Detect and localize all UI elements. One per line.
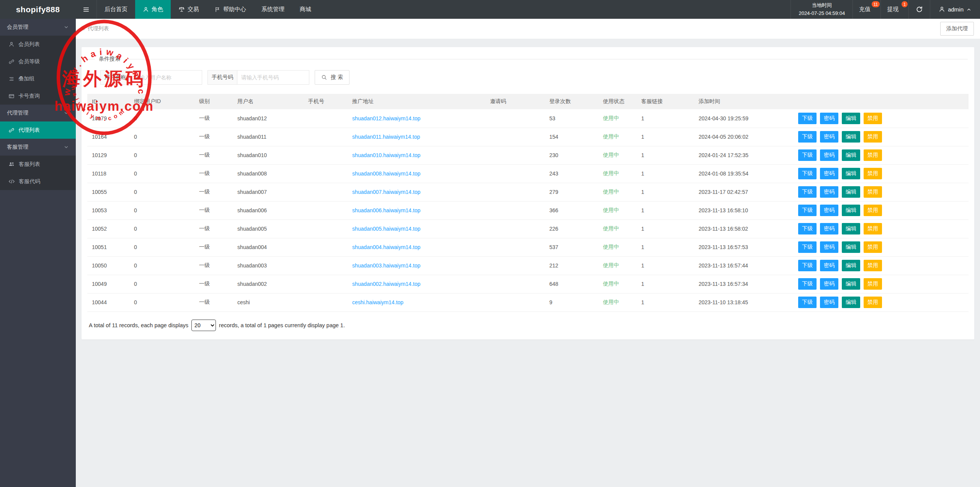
refresh-button[interactable] — [908, 0, 930, 19]
sidebar-item-service-list[interactable]: 客服列表 — [0, 156, 76, 173]
action-sub-button[interactable]: 下级 — [798, 223, 817, 234]
promo-url-link[interactable]: shuadan003.haiwaiym14.top — [352, 262, 420, 269]
nav-item-help[interactable]: 帮助中心 — [207, 0, 254, 19]
username-input[interactable] — [130, 70, 202, 85]
recharge-button[interactable]: 充值 11 — [853, 0, 880, 19]
cell-status: 使用中 — [598, 183, 637, 201]
cell-phone — [304, 146, 348, 164]
cell-url: shuadan004.haiwaiym14.top — [348, 238, 485, 256]
action-sub-button[interactable]: 下级 — [798, 297, 817, 308]
cell-username: shuadan012 — [233, 109, 304, 128]
sidebar-item-card-query[interactable]: 卡号查询 — [0, 87, 76, 105]
action-sub-button[interactable]: 下级 — [798, 168, 817, 179]
row-actions: 下级密码编辑禁用 — [794, 201, 969, 220]
action-password-button[interactable]: 密码 — [820, 149, 838, 161]
action-password-button[interactable]: 密码 — [820, 241, 838, 253]
nav-item-trade[interactable]: 交易 — [171, 0, 207, 19]
action-edit-button[interactable]: 编辑 — [842, 186, 860, 198]
sidebar-item-agent-list[interactable]: 代理列表 — [0, 121, 76, 139]
cell-invite — [485, 164, 545, 183]
action-sub-button[interactable]: 下级 — [798, 260, 817, 271]
action-edit-button[interactable]: 编辑 — [842, 260, 860, 271]
promo-url-link[interactable]: shuadan002.haiwaiym14.top — [352, 281, 420, 287]
row-actions: 下级密码编辑禁用 — [794, 146, 969, 164]
action-password-button[interactable]: 密码 — [820, 186, 838, 198]
sidebar-section-agents[interactable]: 代理管理 — [0, 105, 76, 121]
action-edit-button[interactable]: 编辑 — [842, 223, 860, 234]
action-disable-button[interactable]: 禁用 — [864, 149, 882, 161]
action-sub-button[interactable]: 下级 — [798, 205, 817, 216]
promo-url-link[interactable]: shuadan006.haiwaiym14.top — [352, 207, 420, 213]
list-icon — [8, 76, 15, 82]
cell-url: shuadan007.haiwaiym14.top — [348, 183, 485, 201]
promo-url-link[interactable]: ceshi.haiwaiym14.top — [352, 299, 403, 305]
nav-item-mall[interactable]: 商城 — [292, 0, 319, 19]
action-disable-button[interactable]: 禁用 — [864, 168, 882, 179]
pagination-text-after: records, a total of 1 pages currently di… — [219, 322, 345, 328]
action-password-button[interactable]: 密码 — [820, 205, 838, 216]
action-edit-button[interactable]: 编辑 — [842, 297, 860, 308]
action-disable-button[interactable]: 禁用 — [864, 205, 882, 216]
user-menu[interactable]: admin — [930, 0, 980, 19]
promo-url-link[interactable]: shuadan005.haiwaiym14.top — [352, 226, 420, 232]
promo-url-link[interactable]: shuadan008.haiwaiym14.top — [352, 171, 420, 177]
sidebar-item-stack-group[interactable]: 叠加组 — [0, 70, 76, 87]
action-edit-button[interactable]: 编辑 — [842, 149, 860, 161]
nav-item-roles[interactable]: 角色 — [135, 0, 171, 19]
action-password-button[interactable]: 密码 — [820, 278, 838, 290]
sidebar-item-member-list[interactable]: 会员列表 — [0, 36, 76, 53]
promo-url-link[interactable]: shuadan011.haiwaiym14.top — [352, 134, 420, 140]
action-password-button[interactable]: 密码 — [820, 168, 838, 179]
action-edit-button[interactable]: 编辑 — [842, 113, 860, 124]
action-password-button[interactable]: 密码 — [820, 260, 838, 271]
action-disable-button[interactable]: 禁用 — [864, 278, 882, 290]
action-disable-button[interactable]: 禁用 — [864, 223, 882, 234]
pagination: A total of 11 records, each page display… — [89, 320, 969, 331]
action-edit-button[interactable]: 编辑 — [842, 278, 860, 290]
action-sub-button[interactable]: 下级 — [798, 113, 817, 124]
table-row: 101290一级shuadan010shuadan010.haiwaiym14.… — [87, 146, 969, 164]
action-disable-button[interactable]: 禁用 — [864, 297, 882, 308]
sidebar-section-members[interactable]: 会员管理 — [0, 19, 76, 36]
sidebar-item-member-level[interactable]: 会员等级 — [0, 53, 76, 70]
withdraw-button[interactable]: 提现 1 — [880, 0, 908, 19]
search-button[interactable]: 搜 索 — [315, 70, 350, 85]
action-edit-button[interactable]: 编辑 — [842, 241, 860, 253]
nav-item-system[interactable]: 系统管理 — [254, 0, 292, 19]
cell-level: 一级 — [194, 220, 233, 238]
add-agent-button[interactable]: 添加代理 — [940, 22, 974, 36]
row-actions: 下级密码编辑禁用 — [794, 220, 969, 238]
sidebar-item-service-code[interactable]: 客服代码 — [0, 173, 76, 190]
action-edit-button[interactable]: 编辑 — [842, 205, 860, 216]
action-disable-button[interactable]: 禁用 — [864, 241, 882, 253]
action-sub-button[interactable]: 下级 — [798, 241, 817, 253]
action-password-button[interactable]: 密码 — [820, 131, 838, 143]
action-sub-button[interactable]: 下级 — [798, 278, 817, 290]
promo-url-link[interactable]: shuadan007.haiwaiym14.top — [352, 189, 420, 195]
action-sub-button[interactable]: 下级 — [798, 149, 817, 161]
action-disable-button[interactable]: 禁用 — [864, 186, 882, 198]
promo-url-link[interactable]: shuadan010.haiwaiym14.top — [352, 152, 420, 158]
row-actions: 下级密码编辑禁用 — [794, 238, 969, 256]
cell-service: 1 — [637, 220, 694, 238]
action-password-button[interactable]: 密码 — [820, 223, 838, 234]
phone-input[interactable] — [237, 70, 309, 85]
action-password-button[interactable]: 密码 — [820, 113, 838, 124]
promo-url-link[interactable]: shuadan012.haiwaiym14.top — [352, 115, 420, 121]
sidebar-section-label: 会员管理 — [7, 24, 28, 31]
action-disable-button[interactable]: 禁用 — [864, 260, 882, 271]
col-header-username: 用户名 — [233, 94, 304, 109]
action-disable-button[interactable]: 禁用 — [864, 113, 882, 124]
action-sub-button[interactable]: 下级 — [798, 131, 817, 143]
action-password-button[interactable]: 密码 — [820, 297, 838, 308]
nav-item-dashboard[interactable]: 后台首页 — [97, 0, 135, 19]
sidebar-section-service[interactable]: 客服管理 — [0, 139, 76, 156]
promo-url-link[interactable]: shuadan004.haiwaiym14.top — [352, 244, 420, 250]
action-sub-button[interactable]: 下级 — [798, 186, 817, 198]
action-edit-button[interactable]: 编辑 — [842, 168, 860, 179]
action-edit-button[interactable]: 编辑 — [842, 131, 860, 143]
cell-phone — [304, 256, 348, 275]
action-disable-button[interactable]: 禁用 — [864, 131, 882, 143]
page-size-select[interactable]: 20 — [191, 320, 216, 331]
menu-toggle-button[interactable] — [76, 0, 97, 19]
